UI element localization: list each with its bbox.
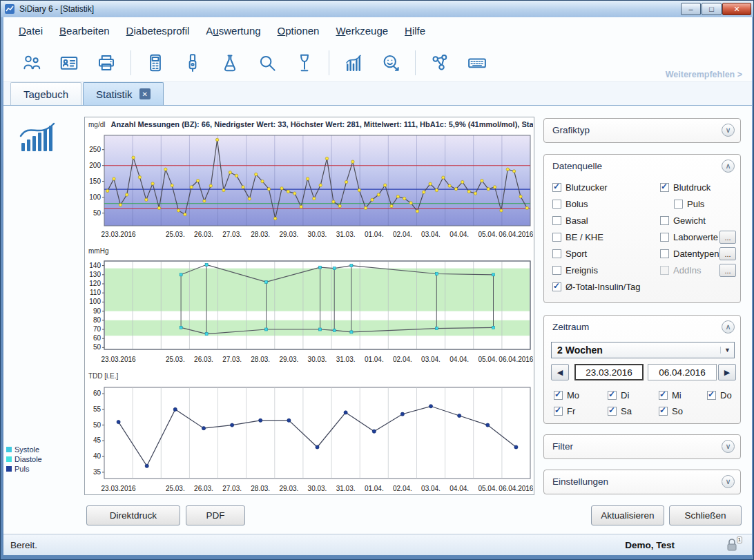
menu-diabetesprofil[interactable]: Diabetesprofil: [126, 25, 190, 37]
range-select[interactable]: 2 Wochen ▼: [551, 342, 735, 358]
svg-text:26.03.: 26.03.: [194, 485, 213, 492]
section-title: Grafiktyp: [552, 125, 590, 135]
checkbox-datentypen[interactable]: Datentypen: [660, 249, 719, 259]
date-to-field[interactable]: 06.04.2016: [648, 364, 717, 380]
checkbox-fr[interactable]: Fr: [554, 406, 575, 416]
checkbox-blutdruck[interactable]: Blutdruck: [660, 182, 710, 193]
aktualisieren-button[interactable]: Aktualisieren: [591, 505, 664, 525]
svg-text:28.03.: 28.03.: [251, 231, 270, 238]
svg-text:05.04.: 05.04.: [478, 356, 497, 363]
systole-swatch: [6, 447, 12, 452]
printer-icon: [96, 52, 117, 73]
checkbox-box: [659, 391, 668, 400]
checkbox-label: AddIns: [673, 265, 701, 276]
menu-auswertung[interactable]: Auswertung: [206, 25, 260, 37]
lancing-device-button[interactable]: [175, 48, 210, 78]
checkbox-box: [554, 391, 563, 400]
chevron-icon[interactable]: [722, 124, 735, 137]
status-text: Bereit.: [10, 540, 37, 550]
search-icon: [257, 52, 278, 73]
section-zeitraum-header[interactable]: Zeitraum: [544, 316, 740, 338]
legend-item-systole: Systole: [6, 445, 42, 454]
chevron-icon[interactable]: [722, 440, 735, 453]
checkbox-mi[interactable]: Mi: [659, 390, 682, 400]
menu-werkzeuge[interactable]: Werkzeuge: [336, 25, 388, 37]
checkbox-blutzucker[interactable]: Blutzucker: [552, 182, 608, 193]
svg-text:06.04.2016: 06.04.2016: [499, 356, 533, 363]
schliessen-button[interactable]: Schließen: [669, 505, 742, 525]
checkbox-so[interactable]: So: [659, 406, 683, 416]
datentypen-more-button[interactable]: ...: [719, 247, 736, 260]
menu-datei[interactable]: Datei: [19, 25, 43, 37]
printer-button[interactable]: [89, 48, 124, 78]
checkbox-label: Datentypen: [673, 249, 719, 259]
checkbox-do[interactable]: Do: [707, 390, 732, 400]
checkbox-total-insulin[interactable]: Ø-Total-Insulin/Tag: [552, 282, 640, 292]
checkbox-addins[interactable]: AddIns: [660, 265, 701, 276]
checkbox-box: [554, 407, 563, 416]
checkbox-puls[interactable]: Puls: [674, 199, 704, 209]
minimize-button[interactable]: –: [681, 3, 701, 15]
svg-text:250: 250: [89, 146, 101, 153]
maximize-button[interactable]: □: [702, 3, 722, 15]
contact-card-button[interactable]: [52, 48, 86, 78]
pdf-button[interactable]: PDF: [186, 505, 245, 525]
checkbox-di[interactable]: Di: [608, 390, 629, 400]
date-from-field[interactable]: 23.03.2016: [574, 364, 644, 380]
legend-label: Systole: [14, 445, 39, 454]
svg-text:60: 60: [93, 389, 102, 397]
section-grafiktyp-header[interactable]: Grafiktyp: [544, 119, 740, 141]
chevron-icon[interactable]: [722, 475, 735, 488]
share-icon: [429, 52, 450, 73]
nutrition-button[interactable]: [287, 48, 322, 78]
checkbox-sport[interactable]: Sport: [552, 249, 587, 259]
chevron-icon[interactable]: [722, 320, 735, 334]
direktdruck-button[interactable]: Direktdruck: [86, 505, 180, 525]
checkbox-laborwerte[interactable]: Laborwerte: [660, 232, 718, 242]
prev-period-button[interactable]: ◀: [551, 364, 569, 380]
section-filter-header[interactable]: Filter: [544, 435, 740, 457]
section-einstellungen-header[interactable]: Einstellungen: [544, 470, 740, 492]
wellness-button[interactable]: [374, 48, 408, 78]
svg-text:23.03.2016: 23.03.2016: [102, 485, 136, 492]
laborwerte-more-button[interactable]: ...: [719, 231, 736, 244]
addins-more-button[interactable]: ...: [719, 264, 736, 277]
chevron-icon[interactable]: [722, 160, 735, 173]
tab-tagebuch[interactable]: Tagebuch: [10, 82, 81, 105]
checkbox-box: [659, 407, 668, 416]
menu-hilfe[interactable]: Hilfe: [405, 25, 425, 37]
checkbox-mo[interactable]: Mo: [554, 390, 579, 400]
tdd-chart-header: TDD [i.E.]: [86, 369, 533, 382]
toolbar-separator: [415, 50, 416, 75]
checkbox-be-khe[interactable]: BE / KHE: [552, 232, 603, 242]
lab-flask-button[interactable]: [213, 48, 247, 78]
svg-text:60: 60: [93, 334, 102, 342]
keyboard-button[interactable]: [460, 48, 494, 78]
section-datenquelle-header[interactable]: Datenquelle: [544, 155, 740, 177]
checkbox-box: [660, 216, 669, 225]
refer-link[interactable]: Weiterempfehlen >: [666, 70, 742, 79]
close-button[interactable]: ✕: [722, 3, 751, 15]
checkbox-label: Sport: [566, 249, 587, 259]
statistics-button[interactable]: [336, 48, 371, 78]
tab-close-icon[interactable]: ✕: [139, 88, 151, 99]
checkbox-basal[interactable]: Basal: [552, 215, 588, 226]
charts-panel: mg/dl Anzahl Messungen (BZ): 66, Niedrig…: [84, 117, 534, 495]
search-button[interactable]: [250, 48, 284, 78]
meter-button[interactable]: [138, 48, 173, 78]
section-zeitraum: Zeitraum 2 Wochen ▼ ◀ 23.03.2016 06.04.2…: [543, 315, 741, 424]
menu-bearbeiten[interactable]: Bearbeiten: [59, 25, 110, 37]
menu-optionen[interactable]: Optionen: [278, 25, 320, 37]
next-period-button[interactable]: ▶: [718, 364, 736, 380]
checkbox-bolus[interactable]: Bolus: [552, 199, 588, 209]
tab-statistik[interactable]: Statistik✕: [83, 82, 164, 105]
share-button[interactable]: [423, 48, 457, 78]
puls-swatch: [6, 466, 12, 472]
statistics-icon: [343, 52, 364, 73]
window-title: SiDiary 6 - [Statistik]: [19, 4, 680, 14]
checkbox-gewicht[interactable]: Gewicht: [660, 215, 706, 226]
checkbox-sa[interactable]: Sa: [608, 406, 632, 416]
checkbox-ereignis[interactable]: Ereignis: [552, 265, 598, 276]
contact-card-icon: [59, 52, 79, 73]
patients-button[interactable]: [14, 48, 49, 78]
